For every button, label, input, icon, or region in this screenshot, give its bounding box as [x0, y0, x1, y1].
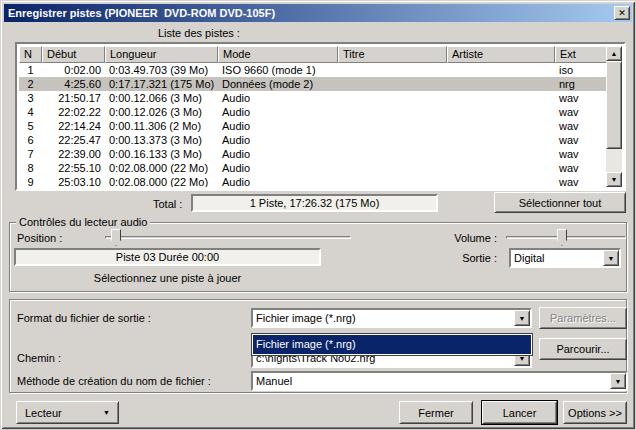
position-label: Position : [17, 232, 62, 244]
table-row[interactable]: 7 22:39.00 0:00.16.133 (3 Mo) Audio wav [19, 147, 606, 161]
options-button[interactable]: Options >> [563, 401, 627, 424]
total-value-text: 1 Piste, 17:26.32 (175 Mo) [250, 197, 380, 209]
select-all-button[interactable]: Sélectionner tout [494, 192, 626, 213]
output-format-dropdown-button[interactable]: ▼ [514, 310, 530, 326]
cell-ext: wav [555, 105, 606, 119]
save-tracks-dialog: Enregistrer pistes (PIONEER DVD-ROM DVD-… [0, 0, 636, 430]
total-label: Total : [153, 198, 182, 210]
output-format-combo[interactable]: Fichier image (*.nrg) ▼ [251, 308, 532, 328]
cell-longueur: 0:00.12.066 (3 Mo) [105, 91, 218, 105]
cell-longueur: 0:02.08.000 (22 Mo) [105, 161, 218, 175]
table-row[interactable]: 1 0:02.00 0:03.49.703 (39 Mo) ISO 9660 (… [19, 63, 606, 77]
column-header-longueur[interactable]: Longueur [105, 46, 218, 63]
drive-menu-label: Lecteur [25, 407, 62, 419]
cell-artiste [447, 119, 555, 133]
cell-titre [338, 147, 447, 161]
cell-n: 5 [19, 119, 42, 133]
output-device-combo[interactable]: Digital ▼ [509, 248, 621, 268]
close-icon: ✕ [618, 9, 626, 18]
dropdown-item-selected[interactable]: Fichier image (*.nrg) [253, 335, 531, 354]
table-row[interactable]: 3 21:50.17 0:00.12.066 (3 Mo) Audio wav [19, 91, 606, 105]
cell-longueur: 0:00.13.373 (3 Mo) [105, 133, 218, 147]
cell-debut: 22:02.22 [42, 105, 105, 119]
table-row[interactable]: 8 22:55.10 0:02.08.000 (22 Mo) Audio wav [19, 161, 606, 175]
cell-artiste [447, 147, 555, 161]
table-row-selected[interactable]: 2 4:25.60 0:17.17.321 (175 Mo) Données (… [19, 77, 606, 91]
filename-method-combo[interactable]: Manuel ▼ [251, 371, 628, 391]
cell-mode: Audio [218, 175, 338, 187]
format-dropdown-list[interactable]: Fichier image (*.nrg) [251, 333, 533, 356]
table-row[interactable]: 6 22:25.47 0:00.13.373 (3 Mo) Audio wav [19, 133, 606, 147]
arrow-down-icon: ▼ [611, 176, 618, 183]
cell-debut: 22:55.10 [42, 161, 105, 175]
cell-ext: wav [555, 91, 606, 105]
cell-n: 2 [19, 77, 42, 91]
cell-ext: wav [555, 147, 606, 161]
scroll-down-button[interactable]: ▼ [606, 172, 622, 187]
cell-debut: 22:25.47 [42, 133, 105, 147]
cell-n: 3 [19, 91, 42, 105]
output-format-label: Format du fichier de sortie : [17, 312, 151, 324]
cell-longueur: 0:00.16.133 (3 Mo) [105, 147, 218, 161]
window-title: Enregistrer pistes (PIONEER DVD-ROM DVD-… [4, 7, 275, 19]
cell-titre [338, 105, 447, 119]
table-row[interactable]: 5 22:14.24 0:00.11.306 (2 Mo) Audio wav [19, 119, 606, 133]
arrow-up-icon: ▲ [611, 50, 618, 57]
cell-ext: wav [555, 119, 606, 133]
close-button[interactable]: ✕ [614, 6, 630, 20]
close-dialog-button[interactable]: Fermer [399, 401, 473, 424]
cell-ext: wav [555, 161, 606, 175]
cell-mode: Audio [218, 161, 338, 175]
cell-artiste [447, 63, 555, 77]
cell-titre [338, 119, 447, 133]
cell-artiste [447, 175, 555, 187]
track-info-box: Piste 03 Durée 00:00 [14, 248, 321, 266]
cell-n: 7 [19, 147, 42, 161]
start-button[interactable]: Lancer [482, 401, 557, 424]
column-header-titre[interactable]: Titre [338, 46, 447, 63]
cell-debut: 4:25.60 [42, 77, 105, 91]
scrollbar-thumb[interactable] [606, 61, 622, 149]
cell-titre [338, 63, 447, 77]
track-list-header: N Début Longueur Mode Titre Artiste Ext [19, 46, 606, 63]
column-header-ext[interactable]: Ext [555, 46, 606, 63]
player-hint: Sélectionnez une piste à jouer [14, 272, 321, 284]
table-row[interactable]: 9 25:03.10 0:02.08.000 (22 Mo) Audio wav [19, 175, 606, 187]
cell-debut: 25:03.10 [42, 175, 105, 187]
filename-method-label: Méthode de création du nom de fichier : [17, 375, 211, 387]
cell-n: 4 [19, 105, 42, 119]
cell-titre [338, 133, 447, 147]
cell-mode: Audio [218, 91, 338, 105]
position-slider-thumb[interactable] [111, 229, 121, 246]
path-label: Chemin : [17, 352, 61, 364]
track-list-label: Liste des pistes : [158, 27, 240, 39]
column-header-mode[interactable]: Mode [218, 46, 338, 63]
cell-mode: Audio [218, 147, 338, 161]
scroll-up-button[interactable]: ▲ [606, 46, 622, 61]
cell-n: 1 [19, 63, 42, 77]
titlebar[interactable]: Enregistrer pistes (PIONEER DVD-ROM DVD-… [4, 4, 632, 22]
cell-titre [338, 91, 447, 105]
volume-slider-thumb[interactable] [557, 229, 567, 246]
filename-method-dropdown-button[interactable]: ▼ [610, 373, 626, 389]
chevron-down-icon: ▼ [103, 409, 110, 416]
cell-ext: iso [555, 63, 606, 77]
cell-n: 6 [19, 133, 42, 147]
cell-debut: 21:50.17 [42, 91, 105, 105]
position-slider[interactable] [105, 229, 351, 246]
volume-slider[interactable] [506, 229, 626, 246]
output-device-dropdown-button[interactable]: ▼ [603, 250, 619, 266]
cell-longueur: 0:03.49.703 (39 Mo) [105, 63, 218, 77]
output-device-label: Sortie : [453, 252, 497, 264]
position-slider-track[interactable] [105, 236, 351, 239]
column-header-artiste[interactable]: Artiste [447, 46, 555, 63]
browse-button[interactable]: Parcourir... [539, 338, 627, 360]
table-row[interactable]: 4 22:02.22 0:00.12.026 (3 Mo) Audio wav [19, 105, 606, 119]
cell-artiste [447, 161, 555, 175]
vertical-scrollbar[interactable]: ▲ ▼ [606, 46, 622, 187]
column-header-n[interactable]: N [19, 46, 42, 63]
chevron-down-icon: ▼ [615, 378, 622, 385]
track-list: N Début Longueur Mode Titre Artiste Ext … [15, 42, 626, 191]
column-header-debut[interactable]: Début [42, 46, 105, 63]
drive-menu-button[interactable]: Lecteur ▼ [16, 401, 119, 424]
